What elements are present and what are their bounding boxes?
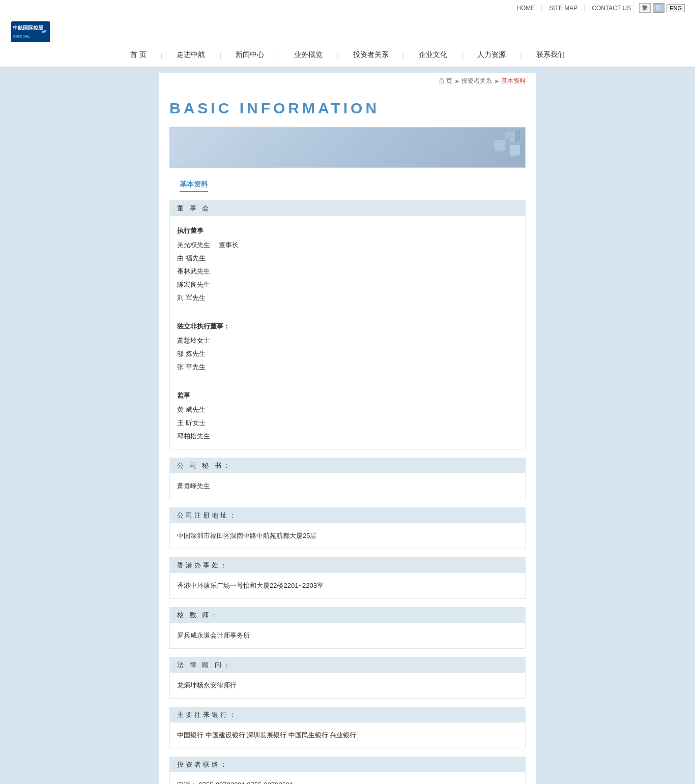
auditor-content: 罗兵咸永道会计师事务所 (170, 623, 525, 648)
phone-label: 电话： (177, 781, 197, 784)
header: 中航国际控股 AVIC IHL (0, 16, 695, 43)
banks-content: 中国银行 中国建设银行 深圳发展银行 中国民生银行 兴业银行 (170, 722, 525, 748)
sup-row-1: 王 昕女士 (177, 416, 518, 430)
hk-office-title: 香港办事处： (170, 558, 525, 573)
independent-title: 独立非执行董事： (177, 320, 518, 333)
sep1: ｜ (539, 4, 545, 12)
lang-english[interactable]: ENG (667, 4, 685, 12)
executive-title: 执行董事 (177, 224, 518, 237)
phone-row: 电话： 0755-83793891 0755-83793591 (177, 778, 518, 784)
svg-marker-7 (495, 140, 505, 150)
lang-simplified[interactable]: 简 (653, 3, 664, 13)
banks-title: 主要往来银行： (170, 707, 525, 722)
nav-investor[interactable]: 投资者关系 (341, 43, 401, 67)
exec-row-0: 吴光权先生 董事长 (177, 238, 518, 252)
nav-culture[interactable]: 企业文化 (407, 43, 459, 67)
content-area: 首 页 ➤ 投资者关系 ➤ 基本资料 BASIC INFORMATION (159, 73, 536, 784)
exec-row-3: 陈宏良先生 (177, 278, 518, 291)
sup-row-0: 黄 斌先生 (177, 403, 518, 416)
ind-row-2: 张 平先生 (177, 360, 518, 374)
home-link[interactable]: HOME (516, 5, 535, 12)
lang-traditional[interactable]: 繁 (639, 3, 651, 13)
page-title: BASIC INFORMATION (169, 100, 526, 117)
legal-block: 法 律 顾 问： 龙炳坤杨永安律师行 (169, 657, 526, 699)
auditor-title: 核 数 师： (170, 608, 525, 623)
lang-switcher: 繁 简 ENG (639, 3, 685, 13)
nav-contact[interactable]: 联系我们 (524, 43, 577, 67)
board-content: 执行董事 吴光权先生 董事长 由 福先生 番林武先生 陈宏良先生 刘 军先生 独… (170, 216, 525, 449)
contact-link[interactable]: CONTACT US (592, 5, 631, 12)
banner (169, 127, 526, 168)
svg-marker-5 (515, 130, 520, 142)
nav: 首 页 | 走进中航 | 新闻中心 | 业务概览 | 投资者关系 | 企业文化 … (0, 43, 695, 68)
legal-content: 龙炳坤杨永安律师行 (170, 673, 525, 698)
board-block: 董 事 会 执行董事 吴光权先生 董事长 由 福先生 番林武先生 陈宏良先生 刘… (169, 200, 526, 449)
legal-title: 法 律 顾 问： (170, 657, 525, 673)
svg-marker-11 (520, 142, 524, 155)
sep2: ｜ (582, 4, 588, 12)
reg-address-content: 中国深圳市福田区深南中路中航苑航都大厦25层 (170, 523, 525, 549)
top-bar: HOME ｜ SITE MAP ｜ CONTACT US 繁 简 ENG (0, 0, 695, 16)
exec-row-2: 番林武先生 (177, 265, 518, 278)
main-wrapper: 首 页 ➤ 投资者关系 ➤ 基本资料 BASIC INFORMATION (0, 68, 695, 784)
logo[interactable]: 中航国际控股 AVIC IHL (10, 20, 51, 43)
section-title: 基本资料 (180, 180, 208, 192)
reg-address-block: 公司注册地址： 中国深圳市福田区深南中路中航苑航都大厦25层 (169, 507, 526, 549)
banks-block: 主要往来银行： 中国银行 中国建设银行 深圳发展银行 中国民生银行 兴业银行 (169, 707, 526, 748)
exec-row-1: 由 福先生 (177, 252, 518, 265)
investor-contact-title: 投资者联络： (170, 757, 525, 772)
exec-row-4: 刘 军先生 (177, 291, 518, 305)
phone-value: 0755-83793891 0755-83793591 (199, 781, 294, 784)
secretary-title: 公 司 秘 书： (170, 458, 525, 473)
breadcrumb-home[interactable]: 首 页 (439, 77, 452, 85)
ind-row-0: 萧慧玲女士 (177, 334, 518, 347)
svg-text:中航国际控股: 中航国际控股 (13, 25, 44, 31)
supervisor-title: 监事 (177, 389, 518, 402)
svg-marker-10 (510, 145, 520, 155)
hk-office-block: 香港办事处： 香港中环康乐广场一号怡和大厦22楼2201~2203室 (169, 557, 526, 599)
secretary-content: 萧贵峰先生 (170, 473, 525, 499)
ind-row-1: 邬 炼先生 (177, 347, 518, 360)
logo-icon: 中航国际控股 AVIC IHL (10, 20, 51, 43)
breadcrumb-investor[interactable]: 投资者关系 (461, 77, 492, 85)
sup-row-2: 邓柏松先生 (177, 430, 518, 443)
section-title-container: 基本资料 (159, 175, 536, 192)
investor-contact-content: 电话： 0755-83793891 0755-83793591 传真： 0755… (170, 772, 525, 784)
nav-home[interactable]: 首 页 (118, 43, 159, 67)
hk-office-content: 香港中环康乐广场一号怡和大厦22楼2201~2203室 (170, 573, 525, 598)
banner-image (464, 127, 525, 168)
reg-address-title: 公司注册地址： (170, 508, 525, 523)
nav-business[interactable]: 业务概览 (282, 43, 335, 67)
breadcrumb-current: 基本资料 (501, 77, 526, 85)
auditor-block: 核 数 师： 罗兵咸永道会计师事务所 (169, 607, 526, 649)
page-heading: BASIC INFORMATION (159, 89, 536, 122)
nav-hr[interactable]: 人力资源 (465, 43, 518, 67)
secretary-block: 公 司 秘 书： 萧贵峰先生 (169, 458, 526, 499)
svg-text:AVIC  IHL: AVIC IHL (13, 34, 30, 39)
investor-contact-block: 投资者联络： 电话： 0755-83793891 0755-83793591 传… (169, 757, 526, 784)
breadcrumb: 首 页 ➤ 投资者关系 ➤ 基本资料 (159, 73, 536, 89)
nav-about[interactable]: 走进中航 (164, 43, 217, 67)
nav-news[interactable]: 新闻中心 (223, 43, 276, 67)
sitemap-link[interactable]: SITE MAP (549, 5, 577, 12)
board-title: 董 事 会 (170, 201, 525, 216)
